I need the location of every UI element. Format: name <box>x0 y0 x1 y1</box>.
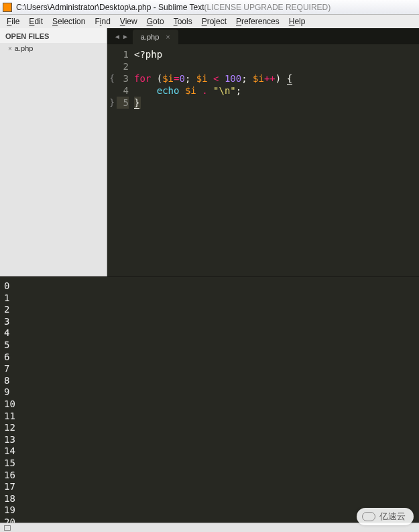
output-line: 20 <box>4 516 415 523</box>
tab-bar: ◄ ► a.php × <box>107 28 419 44</box>
output-line: 11 <box>4 410 415 422</box>
fold-column: { } <box>107 48 117 276</box>
output-line: 7 <box>4 362 415 374</box>
watermark-text: 亿速云 <box>379 511 406 523</box>
output-line: 14 <box>4 445 415 457</box>
main-area: OPEN FILES × a.php ◄ ► a.php × { } <box>0 28 419 276</box>
output-line: 12 <box>4 421 415 433</box>
editor-area: ◄ ► a.php × { } 1 2 3 4 5 <box>107 28 419 276</box>
close-file-icon[interactable]: × <box>8 45 12 52</box>
nav-next-icon[interactable]: ► <box>122 33 129 40</box>
output-line: 18 <box>4 492 415 504</box>
menubar: File Edit Selection Find View Goto Tools… <box>0 15 419 28</box>
output-line: 13 <box>4 433 415 445</box>
window-title-path: C:\Users\Administrator\Desktop\a.php - S… <box>16 3 204 12</box>
tab-a-php[interactable]: a.php × <box>133 30 178 44</box>
menu-goto[interactable]: Goto <box>143 16 168 27</box>
menu-edit[interactable]: Edit <box>25 16 47 27</box>
statusbar <box>0 523 419 532</box>
tab-close-icon[interactable]: × <box>166 33 170 41</box>
menu-file[interactable]: File <box>3 16 23 27</box>
open-file-name: a.php <box>15 44 34 52</box>
output-line: 1 <box>4 292 415 304</box>
menu-project[interactable]: Project <box>198 16 231 27</box>
tab-label: a.php <box>141 33 160 41</box>
output-line: 19 <box>4 504 415 516</box>
output-line: 8 <box>4 374 415 386</box>
menu-help[interactable]: Help <box>285 16 310 27</box>
output-line: 4 <box>4 327 415 339</box>
output-line: 6 <box>4 351 415 363</box>
watermark: 亿速云 <box>357 508 414 525</box>
output-line: 3 <box>4 315 415 327</box>
output-line: 10 <box>4 398 415 410</box>
menu-view[interactable]: View <box>116 16 141 27</box>
menu-selection[interactable]: Selection <box>48 16 89 27</box>
line-gutter: 1 2 3 4 5 <box>117 48 134 276</box>
cloud-icon <box>362 512 375 521</box>
output-line: 5 <box>4 339 415 351</box>
sidebar: OPEN FILES × a.php <box>0 28 107 276</box>
statusbar-panel-icon[interactable] <box>4 525 11 531</box>
window-title-license: (LICENSE UPGRADE REQUIRED) <box>204 3 331 12</box>
output-line: 16 <box>4 469 415 481</box>
build-output-panel[interactable]: 0 1 2 3 4 5 6 7 8 9 10 11 12 13 14 15 16… <box>0 276 419 523</box>
code-lines[interactable]: <?php for ($i=0; $i < 100; $i++) { echo … <box>134 48 419 276</box>
output-line: 15 <box>4 457 415 469</box>
code-editor[interactable]: { } 1 2 3 4 5 <?php for ($i=0; $i < 100;… <box>107 44 419 276</box>
sidebar-header-open-files: OPEN FILES <box>0 28 107 43</box>
menu-tools[interactable]: Tools <box>170 16 196 27</box>
nav-prev-icon[interactable]: ◄ <box>114 33 121 40</box>
app-icon <box>3 3 12 12</box>
output-line: 2 <box>4 303 415 315</box>
output-line: 17 <box>4 480 415 492</box>
tab-nav-arrows[interactable]: ◄ ► <box>110 28 133 44</box>
menu-preferences[interactable]: Preferences <box>232 16 284 27</box>
window-titlebar: C:\Users\Administrator\Desktop\a.php - S… <box>0 0 419 15</box>
open-file-item[interactable]: × a.php <box>0 43 107 54</box>
output-line: 0 <box>4 280 415 292</box>
menu-find[interactable]: Find <box>91 16 114 27</box>
output-line: 9 <box>4 386 415 398</box>
